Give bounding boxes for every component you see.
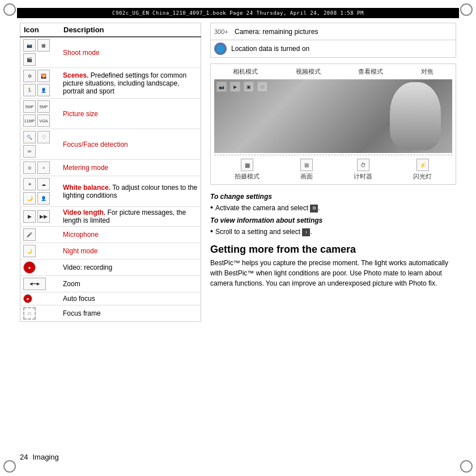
icon-cam2: ▦ — [37, 39, 50, 52]
icon-zoom: ◀━━▶ — [23, 278, 46, 290]
icon-vid1: ▶ — [23, 210, 36, 223]
icon-cell: 🎤 — [23, 228, 57, 241]
icon-heart: ♡ — [37, 131, 50, 143]
tab-video-mode[interactable]: 视频模式 — [296, 67, 321, 76]
shoot-mode-icon: ▦ — [241, 159, 253, 171]
corner-decoration-tr — [460, 3, 473, 16]
getting-more-section: Getting more from the camera BestPic™ he… — [210, 244, 456, 288]
left-column: Icon Description 📷 ▦ 🎬 Shoot mode — [20, 23, 201, 448]
change-settings-text: Activate the camera and select ⚙. — [215, 203, 320, 213]
remaining-pictures-row: 300+ Camera: remaining pictures — [211, 23, 456, 40]
tab-scene[interactable]: ⊞ 画面 — [300, 159, 313, 181]
icon-wb1: ☀ — [23, 178, 36, 190]
tab-flash[interactable]: ⚡ 闪光灯 — [413, 159, 432, 181]
tab-focus[interactable]: 对焦 — [421, 67, 434, 76]
tab-shoot-mode[interactable]: ▦ 拍摄模式 — [235, 159, 260, 181]
table-row: 🌙 Night mode — [20, 243, 201, 260]
section-label: Imaging — [32, 453, 58, 461]
page-number: 24 — [20, 453, 28, 461]
view-info-text: Scroll to a setting and select i. — [215, 227, 312, 237]
icon-cell: ▶ ▶▶ — [23, 210, 57, 223]
icon-cam1: 📷 — [23, 39, 36, 52]
table-row: ⊙ + Metering mode — [20, 160, 201, 176]
table-row: ● Auto focus — [20, 292, 201, 305]
icon-cell: ● — [23, 294, 57, 303]
col-icon-header: Icon — [20, 23, 61, 37]
video-recording-label: Video: recording — [63, 264, 112, 271]
shoot-mode-label: Shoot mode — [63, 49, 100, 57]
icon-11mp: 11MP — [23, 114, 36, 127]
vf-gallery-icon: ▣ — [244, 82, 254, 92]
table-row: ● Video: recording — [20, 260, 201, 276]
icon-cell: ⚙ 🌄 🏃 👤 — [23, 70, 57, 96]
change-settings-bullet: • Activate the camera and select ⚙. — [210, 203, 456, 213]
icon-plus: + — [37, 162, 50, 174]
face-silhouette — [390, 82, 441, 150]
icon-cell: □ — [23, 307, 57, 320]
auto-focus-label: Auto focus — [63, 295, 95, 303]
timer-icon: ⏱ — [357, 159, 369, 171]
camera-viewfinder: 📷 ▶ ▣ □ — [214, 79, 452, 153]
shoot-mode-tab-label: 拍摄模式 — [235, 172, 260, 181]
microphone-label: Microphone — [63, 231, 99, 239]
picture-size-label: Picture size — [63, 110, 98, 118]
remaining-count: 300+ — [214, 28, 230, 35]
vf-camera-icon: 📷 — [216, 82, 227, 92]
tab-timer[interactable]: ⏱ 计时器 — [354, 159, 372, 181]
icon-person: 👤 — [37, 192, 50, 205]
icon-cell: 🌙 — [23, 245, 57, 257]
camera-tabs-top: 相机模式 视频模式 查看模式 对焦 — [214, 67, 452, 76]
table-row: 🎤 Microphone — [20, 227, 201, 243]
flash-icon: ⚡ — [416, 159, 429, 171]
icon-description-table: Icon Description 📷 ▦ 🎬 Shoot mode — [20, 23, 201, 322]
table-row: 📷 ▦ 🎬 Shoot mode — [20, 37, 201, 68]
icon-rec: ● — [23, 261, 36, 274]
icon-5mp: 5MP — [23, 100, 36, 113]
corner-decoration-bl — [3, 460, 16, 473]
col-desc-header: Description — [60, 23, 201, 37]
table-row: 🔍 ♡ ∞ Focus/Face detection — [20, 129, 201, 160]
icon-cell: ● — [23, 261, 57, 274]
icon-scene3: 🏃 — [23, 84, 36, 96]
icon-cell: ⊙ + — [23, 162, 57, 174]
camera-tabs-bottom: ▦ 拍摄模式 ⊞ 画面 ⏱ 计时器 ⚡ 闪光灯 — [214, 159, 452, 181]
tab-view-mode[interactable]: 查看模式 — [358, 67, 383, 76]
timer-tab-label: 计时器 — [354, 172, 372, 181]
flash-tab-label: 闪光灯 — [413, 172, 432, 181]
dashed-divider — [214, 155, 452, 155]
icon-cell: 🔍 ♡ ∞ — [23, 131, 57, 158]
scenes-label: Scenes. Predefined settings for common p… — [63, 71, 186, 95]
icon-mic: 🎤 — [23, 228, 36, 241]
focus-face-label: Focus/Face detection — [63, 141, 128, 148]
tab-camera-mode[interactable]: 相机模式 — [233, 67, 258, 76]
vf-icons-top: 📷 ▶ ▣ □ — [216, 82, 267, 92]
view-info-title: To view information about settings — [210, 215, 322, 226]
icon-cell: ◀━━▶ — [23, 278, 57, 290]
zoom-label: Zoom — [63, 280, 80, 288]
icon-autofocus: ● — [23, 294, 32, 303]
location-data-row: 🌐 Location data is turned on — [211, 40, 456, 57]
scene-icon: ⊞ — [300, 159, 313, 171]
night-mode-label: Night mode — [63, 247, 97, 255]
page-content: Icon Description 📷 ▦ 🎬 Shoot mode — [20, 23, 456, 448]
icon-vga: 5MP — [37, 100, 50, 113]
icon-vga2: VGA — [37, 114, 50, 127]
focus-frame-label: Focus frame — [63, 309, 101, 317]
globe-icon: 🌐 — [214, 42, 227, 55]
metering-mode-label: Metering mode — [63, 164, 108, 172]
icon-cell: 📷 ▦ 🎬 — [23, 39, 57, 66]
page-footer: 24 Imaging — [20, 453, 456, 461]
table-row: 5MP 5MP 11MP VGA Picture size — [20, 99, 201, 129]
icon-cam3: 🎬 — [23, 53, 36, 66]
icon-cell: 5MP 5MP 11MP VGA — [23, 100, 57, 127]
scene-tab-label: 画面 — [300, 172, 313, 181]
icon-wb2: 🌙 — [23, 192, 36, 205]
icon-frame: □ — [23, 307, 36, 320]
vf-frame-icon: □ — [257, 82, 267, 92]
camera-diagram: 相机模式 视频模式 查看模式 对焦 📷 ▶ ▣ □ ▦ — [210, 63, 456, 185]
instructions-section: To change settings • Activate the camera… — [210, 190, 456, 238]
icon-vid2: ▶▶ — [37, 210, 50, 223]
view-info-item: To view information about settings — [210, 215, 456, 226]
top-bar-text: C902c_UG_EN China_1210_4097_1.book Page … — [112, 10, 364, 16]
info-icon-inline: i — [302, 228, 310, 236]
